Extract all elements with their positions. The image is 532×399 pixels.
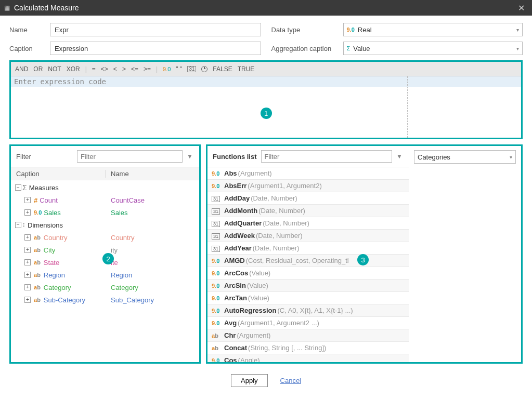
close-icon[interactable]: ✕	[515, 3, 528, 13]
function-name: AbsErr	[224, 182, 246, 190]
field-caption: Category	[44, 284, 71, 291]
function-args: (Date, Number)	[256, 232, 303, 240]
real-icon: 9.0	[212, 183, 219, 189]
date-icon: 31	[212, 208, 220, 215]
annotation-badge-3: 3	[357, 254, 369, 265]
field-caption: City	[44, 246, 55, 254]
collapse-icon[interactable]: −	[15, 184, 21, 191]
apply-button[interactable]: Apply	[231, 374, 268, 387]
measures-group[interactable]: − Σ Measures	[11, 181, 199, 194]
functions-filter-input[interactable]	[261, 150, 393, 163]
function-args: (Argument)	[238, 169, 272, 177]
function-row[interactable]: 31AddYear (Date, Number)	[207, 242, 409, 255]
functions-list[interactable]: 9.0Abs (Argument)9.0AbsErr (Argument1, A…	[207, 167, 409, 362]
function-args: (Argument1, Argument2 ...)	[238, 319, 319, 327]
function-row[interactable]: 9.0AutoRegression (C, A0, X{t}, A1, X{t-…	[207, 304, 409, 317]
function-row[interactable]: 9.0ArcSin (Value)	[207, 280, 409, 292]
text-icon: ab	[34, 284, 41, 290]
expand-icon[interactable]: +	[24, 284, 31, 290]
function-row[interactable]: 9.0Cos (Angle)	[207, 354, 409, 362]
expand-icon[interactable]: +	[24, 234, 31, 241]
text-icon: ab	[212, 345, 218, 351]
date-icon: 31	[212, 221, 220, 227]
date-icon: 31	[212, 196, 220, 202]
real-icon: 9.0	[212, 320, 219, 326]
functions-panel: Functions list ▼ 9.0Abs (Argument)9.0Abs…	[206, 144, 523, 364]
function-row[interactable]: 9.0AMGD (Cost, Residual_cost, Operating_…	[207, 255, 409, 267]
op-and[interactable]: AND	[15, 65, 28, 73]
filter-icon[interactable]: ▼	[396, 153, 404, 160]
function-row[interactable]: 9.0ArcTan (Value)	[207, 292, 409, 304]
expression-toolbar: AND OR NOT XOR | = <> < > <= >= | 9.0 " …	[11, 62, 521, 76]
fields-filter-input[interactable]	[77, 150, 183, 163]
cancel-link[interactable]: Cancel	[280, 377, 301, 384]
text-icon: ab	[34, 234, 41, 241]
function-args: (String, String [, ... String])	[248, 344, 326, 352]
field-row[interactable]: +#CountCountCase	[11, 194, 199, 206]
expand-icon[interactable]: +	[24, 297, 31, 303]
expand-icon[interactable]: +	[24, 259, 31, 265]
function-row[interactable]: abConcat (String, String [, ... String])	[207, 342, 409, 354]
caption-input[interactable]	[50, 42, 261, 55]
op-lt[interactable]: <	[113, 65, 117, 73]
field-name: CountCase	[106, 196, 145, 204]
op-gte[interactable]: >=	[144, 65, 151, 73]
function-row[interactable]: 9.0Avg (Argument1, Argument2 ...)	[207, 317, 409, 329]
function-row[interactable]: 9.0AbsErr (Argument1, Argument2)	[207, 180, 409, 192]
text-icon: ab	[34, 272, 41, 278]
function-row[interactable]: 9.0Abs (Argument)	[207, 167, 409, 180]
datatype-label: Data type	[271, 26, 343, 34]
op-or[interactable]: OR	[33, 65, 43, 73]
function-row[interactable]: 31AddMonth (Date, Number)	[207, 205, 409, 217]
collapse-icon[interactable]: −	[15, 222, 21, 228]
measures-label: Measures	[29, 184, 59, 192]
hash-icon: #	[34, 196, 37, 204]
expression-editor[interactable]: Enter expression code	[11, 76, 521, 138]
field-row[interactable]: +abCategoryCategory	[11, 281, 199, 294]
expression-placeholder: Enter expression code	[11, 76, 521, 87]
annotation-badge-1: 1	[261, 108, 272, 119]
real-icon: 9.0	[34, 209, 42, 216]
aggcaption-label: Aggregation caption	[271, 45, 343, 52]
function-args: (Cost, Residual_cost, Operating_ti	[246, 257, 349, 264]
expand-icon[interactable]: +	[24, 209, 31, 216]
function-row[interactable]: 31AddQuarter (Date, Number)	[207, 217, 409, 230]
op-quotes[interactable]: " "	[176, 65, 182, 73]
dimensions-group[interactable]: − ⫶ Dimensions	[11, 219, 199, 231]
aggcaption-select[interactable]: Σ Value ▾	[343, 42, 523, 55]
field-row[interactable]: +abSub-CategorySub_Category	[11, 294, 199, 306]
datatype-select[interactable]: 9.0 Real ▾	[343, 23, 523, 36]
expand-icon[interactable]: +	[24, 272, 31, 278]
function-args: (Angle)	[238, 356, 260, 362]
field-row[interactable]: +abCountryCountry	[11, 231, 199, 244]
op-neq[interactable]: <>	[101, 65, 108, 73]
field-caption: State	[44, 259, 59, 267]
categories-select[interactable]: Categories ▾	[414, 150, 516, 164]
type-real-icon[interactable]: 9.0	[163, 66, 171, 72]
op-lte[interactable]: <=	[131, 65, 138, 73]
function-row[interactable]: 31AddWeek (Date, Number)	[207, 230, 409, 242]
op-xor[interactable]: XOR	[67, 65, 80, 73]
op-eq[interactable]: =	[92, 65, 96, 73]
real-icon: 9.0	[212, 258, 219, 264]
expand-icon[interactable]: +	[24, 197, 31, 203]
type-date-icon[interactable]: 31	[187, 66, 196, 72]
type-time-icon[interactable]	[201, 66, 207, 72]
dimensions-icon: ⫶	[22, 221, 25, 229]
op-gt[interactable]: >	[122, 65, 126, 73]
name-input[interactable]	[50, 23, 261, 36]
op-not[interactable]: NOT	[48, 65, 61, 73]
field-row[interactable]: +abRegionRegion	[11, 269, 199, 281]
function-name: AddQuarter	[224, 219, 262, 227]
real-icon: 9.0	[212, 308, 219, 314]
filter-label: Filter	[16, 153, 31, 161]
op-false[interactable]: FALSE	[213, 65, 232, 73]
filter-icon[interactable]: ▼	[187, 153, 194, 160]
function-row[interactable]: 31AddDay (Date, Number)	[207, 192, 409, 205]
function-row[interactable]: abChr (Argument)	[207, 329, 409, 342]
field-row[interactable]: +9.0SalesSales	[11, 206, 199, 219]
function-row[interactable]: 9.0ArcCos (Value)	[207, 267, 409, 280]
column-name: Name	[106, 170, 129, 178]
op-true[interactable]: TRUE	[238, 65, 255, 73]
expand-icon[interactable]: +	[24, 247, 31, 253]
